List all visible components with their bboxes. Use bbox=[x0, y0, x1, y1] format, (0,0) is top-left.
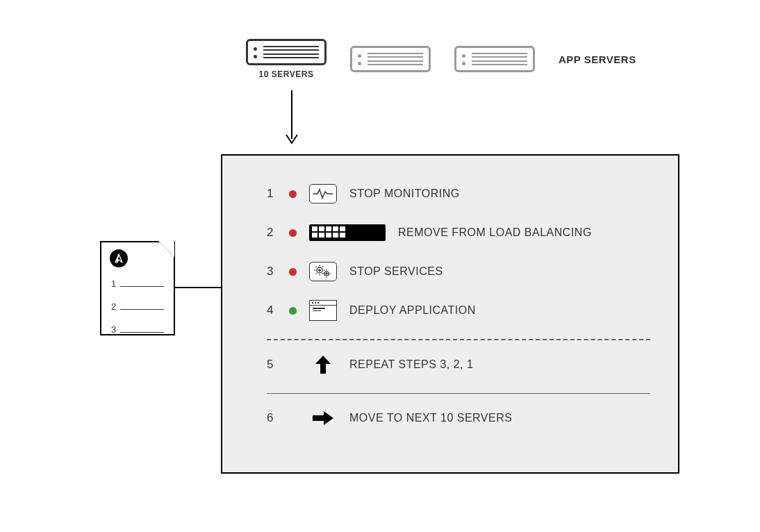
ansible-logo-icon bbox=[110, 249, 128, 267]
playbook-line-num: 3 bbox=[111, 324, 116, 335]
status-dot-none bbox=[289, 361, 297, 369]
step-row-5: 5 REPEAT STEPS 3, 2, 1 bbox=[267, 354, 650, 375]
step-label: REPEAT STEPS 3, 2, 1 bbox=[349, 358, 473, 371]
status-dot-red bbox=[289, 268, 297, 276]
step-row-1: 1 STOP MONITORING bbox=[267, 183, 650, 204]
step-number: 1 bbox=[267, 187, 276, 201]
arrow-right-icon bbox=[309, 408, 337, 429]
gears-icon bbox=[309, 261, 337, 282]
step-number: 5 bbox=[267, 358, 276, 372]
server-caption: 10 SERVERS bbox=[259, 69, 314, 79]
load-balancer-icon bbox=[309, 222, 386, 243]
arrow-down-icon bbox=[285, 90, 299, 150]
playbook-document: 1 2 3 bbox=[100, 241, 175, 335]
step-label: STOP SERVICES bbox=[349, 265, 443, 278]
server-icon bbox=[350, 46, 431, 72]
svg-line-9 bbox=[316, 273, 317, 274]
playbook-line-num: 1 bbox=[111, 279, 116, 289]
server-icon bbox=[246, 39, 327, 65]
server-active: 10 SERVERS bbox=[246, 39, 327, 79]
svg-line-10 bbox=[322, 267, 323, 267]
svg-line-7 bbox=[316, 267, 317, 267]
application-window-icon bbox=[309, 300, 337, 321]
step-number: 4 bbox=[267, 304, 276, 317]
playbook-line-num: 2 bbox=[111, 301, 116, 312]
step-label: DEPLOY APPLICATION bbox=[349, 304, 476, 317]
server-dimmed-2 bbox=[454, 46, 535, 72]
svg-point-12 bbox=[326, 273, 327, 274]
step-row-3: 3 bbox=[267, 261, 650, 282]
step-number: 2 bbox=[267, 226, 276, 240]
arrow-up-icon bbox=[309, 354, 337, 375]
page-fold-icon bbox=[158, 241, 175, 258]
status-dot-none bbox=[289, 415, 297, 422]
dashed-separator bbox=[267, 339, 650, 340]
step-label: REMOVE FROM LOAD BALANCING bbox=[398, 226, 592, 239]
step-row-2: 2 REMOVE FROM LOAD BALANCING bbox=[267, 222, 650, 243]
server-icon bbox=[454, 46, 535, 72]
status-dot-red bbox=[289, 229, 297, 237]
status-dot-green bbox=[289, 307, 297, 315]
step-number: 3 bbox=[267, 265, 276, 279]
connector-line bbox=[175, 287, 221, 288]
solid-separator bbox=[267, 393, 650, 394]
step-number: 6 bbox=[267, 411, 276, 425]
svg-point-2 bbox=[319, 269, 320, 271]
server-dimmed-1 bbox=[350, 46, 431, 72]
servers-row: 10 SERVERS APP SERVERS bbox=[246, 39, 636, 79]
step-row-4: 4 DEPLOY APPLICATION bbox=[267, 300, 650, 321]
monitoring-icon bbox=[309, 183, 337, 204]
playbook-lines: 1 2 3 bbox=[111, 279, 164, 335]
status-dot-red bbox=[289, 190, 297, 198]
steps-panel: 1 STOP MONITORING 2 REMOVE FROM LOAD BAL… bbox=[221, 154, 679, 474]
app-servers-label: APP SERVERS bbox=[559, 53, 636, 65]
step-label: MOVE TO NEXT 10 SERVERS bbox=[349, 412, 512, 424]
step-label: STOP MONITORING bbox=[349, 188, 460, 200]
step-row-6: 6 MOVE TO NEXT 10 SERVERS bbox=[267, 408, 650, 429]
